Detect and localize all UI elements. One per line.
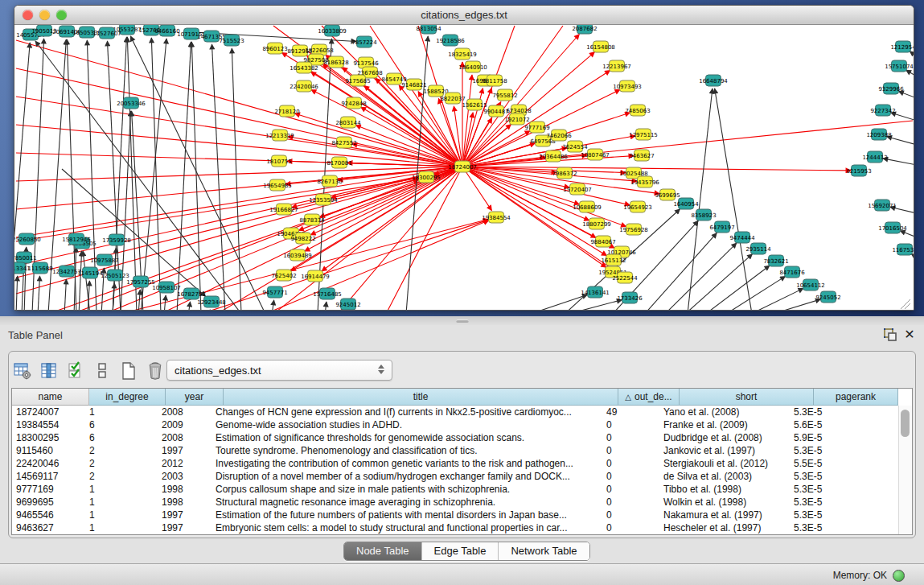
graph-node[interactable]: 1244413 [862,151,887,163]
table-row[interactable]: 969969511998Structural magnetic resonanc… [12,496,912,509]
graph-node[interactable]: 12213967 [602,60,631,72]
table-row[interactable]: 2242004622012Investigating the contribut… [12,457,912,470]
table-cell[interactable]: 2 [85,471,158,482]
graph-edge-black[interactable] [191,42,201,310]
table-cell[interactable]: 22420046 [12,458,85,469]
graph-node[interactable]: 8215953 [846,165,871,176]
memory-indicator-icon[interactable] [893,570,905,582]
graph-node[interactable]: 8170081 [326,157,351,168]
graph-node[interactable]: 2718120 [274,105,299,117]
graph-node[interactable]: 9227342 [870,105,895,116]
table-cell[interactable]: 0 [602,522,659,534]
table-cell[interactable]: 1998 [158,484,211,495]
graph-node[interactable]: 2087682 [572,25,597,34]
panel-divider[interactable] [0,316,924,325]
table-cell[interactable]: 5.3E-5 [790,509,870,521]
tab-network-table[interactable]: Network Table [498,542,589,560]
table-cell[interactable]: 2008 [158,432,211,443]
table-cell[interactable]: Estimation of the future numbers of pati… [211,509,602,521]
graph-node[interactable]: 15716485 [313,288,342,299]
graph-node[interactable]: 9457771 [262,286,287,298]
table-cell[interactable]: 9699695 [12,496,85,508]
table-cell[interactable]: Hescheler et al. (1997) [659,522,790,534]
table-cell[interactable]: Tourette syndrome. Phenomenology and cla… [211,445,602,456]
graph-node[interactable]: 9245052 [815,291,840,303]
graph-edge-black[interactable] [531,295,588,310]
graph-edge-black[interactable] [663,243,737,310]
graph-node[interactable]: 1212954 [890,41,914,52]
graph-node[interactable]: 16648794 [699,75,728,86]
table-cell[interactable]: 0 [602,471,659,482]
graph-node[interactable]: 7832621 [763,255,788,266]
graph-node[interactable]: 25260850 [14,233,41,245]
table-cell[interactable]: 5.3E-5 [790,522,870,534]
graph-edge-black[interactable] [64,279,66,310]
table-cell[interactable]: 18724007 [12,406,85,418]
table-cell[interactable]: Structural magnetic resonance image aver… [211,496,602,508]
graph-edge-black[interactable] [130,36,265,310]
table-cell[interactable]: 0 [602,432,659,443]
graph-node[interactable]: 17359928 [102,234,131,245]
graph-edge-black[interactable] [16,276,18,310]
table-cell[interactable]: 1997 [158,509,211,521]
canvas-resize-grip[interactable] [901,299,910,309]
table-cell[interactable]: 18300295 [12,432,85,443]
table-cell[interactable]: Estimation of significance thresholds fo… [211,432,602,443]
table-cell[interactable]: 1 [85,406,158,418]
table-cell[interactable]: 6 [85,419,158,431]
table-cell[interactable]: de Silva et al. (2003) [659,471,790,482]
column-header-in-degree[interactable]: in_degree [89,389,166,406]
graph-edge-black[interactable] [748,288,803,310]
table-cell[interactable]: 0 [602,484,659,495]
graph-edge-black[interactable] [232,48,241,310]
table-cell[interactable]: 2012 [158,458,211,469]
graph-node[interactable]: 8878334 [299,214,325,225]
table-cell[interactable]: 9465546 [12,509,85,521]
table-settings-icon[interactable] [13,360,32,381]
table-row[interactable]: 946554611997Estimation of the future num… [12,509,912,521]
table-cell[interactable]: 5.3E-5 [790,484,870,495]
table-row[interactable]: 911546021997Tourette syndrome. Phenomeno… [12,444,912,457]
graph-edge-black[interactable] [898,92,914,98]
table-cell[interactable]: 14569117 [12,471,85,482]
table-row[interactable]: 1938455462009Genome-wide association stu… [12,418,912,431]
graph-node[interactable]: 12923448 [197,296,226,307]
divider-grip[interactable] [456,319,469,323]
graph-node[interactable]: 15692071 [868,200,897,211]
table-cell[interactable]: 0 [602,419,659,431]
graph-node[interactable]: 9463627 [629,150,654,161]
graph-edge-black[interactable] [715,89,752,310]
graph-node[interactable]: 19654985 [263,179,292,191]
graph-node[interactable]: 1733426 [617,292,643,303]
window-titlebar[interactable]: citations_edges.txt [14,6,914,25]
column-header-out-de-[interactable]: △out_de... [618,389,680,406]
column-header-short[interactable]: short [680,389,814,406]
graph-node[interactable]: 1145194 [77,267,103,278]
table-cell[interactable]: Genome-wide association studies in ADHD. [211,419,602,431]
table-cell[interactable]: Disruption of a novel member of a sodium… [211,471,602,482]
table-cell[interactable]: 1 [85,484,158,495]
column-header-pagerank[interactable]: pagerank [814,389,898,406]
column-header-year[interactable]: year [166,389,224,406]
table-cell[interactable]: 2008 [158,406,211,418]
graph-node[interactable]: 9329966 [878,83,904,94]
table-cell[interactable]: 0 [602,445,659,456]
table-cell[interactable]: 1998 [158,496,211,508]
graph-node[interactable]: 22420046 [290,80,318,92]
graph-edge-black[interactable] [684,254,753,310]
new-table-icon[interactable] [119,360,138,381]
graph-edge-black[interactable] [906,70,914,76]
graph-node[interactable]: 1640954 [673,198,699,209]
graph-node[interactable]: 7986372 [552,167,577,179]
graph-node[interactable]: 1115689 [27,262,52,274]
graph-edge-black[interactable] [704,266,770,310]
table-cell[interactable]: Corpus callosum shape and size in male p… [211,484,602,495]
table-scrollbar[interactable] [898,406,912,534]
minimize-window-button[interactable] [39,10,50,20]
table-cell[interactable]: 0 [602,496,659,508]
graph-node[interactable]: 19654923 [623,201,652,212]
table-row[interactable]: 946362711997Embryonic stem cells: a mode… [12,521,912,534]
table-cell[interactable]: Franke et al. (2009) [659,419,790,431]
graph-node[interactable]: 10654112 [796,279,825,290]
graph-edge-black[interactable] [188,302,191,310]
